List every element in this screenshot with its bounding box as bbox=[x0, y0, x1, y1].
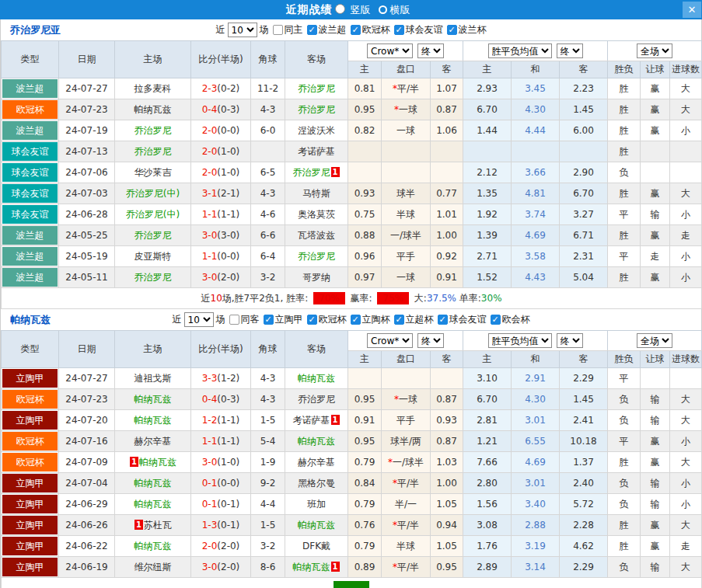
team-link[interactable]: 帕纳瓦兹 bbox=[134, 104, 172, 115]
same-venue-checkbox[interactable]: 同主 bbox=[273, 23, 303, 37]
checked-checkbox-icon: ✓ bbox=[438, 315, 448, 325]
team-link[interactable]: 帕纳瓦兹 bbox=[298, 436, 335, 447]
home-odds-cell: 0.97 bbox=[348, 267, 382, 288]
date-cell: 24-05-11 bbox=[59, 267, 115, 288]
odds-company-select[interactable]: Crow* bbox=[367, 43, 413, 58]
team-link[interactable]: 考诺萨基 bbox=[298, 146, 335, 157]
league-filter-checkbox[interactable]: ✓球会友谊 bbox=[394, 23, 443, 37]
handicap-result-cell: 输 bbox=[641, 473, 670, 494]
team-link[interactable]: DFK戴 bbox=[302, 541, 330, 551]
team-link[interactable]: 黑格尔曼 bbox=[298, 478, 335, 489]
team-link[interactable]: 赫尔辛基 bbox=[134, 436, 172, 447]
scope-select[interactable]: 全场 bbox=[637, 333, 672, 348]
team-link[interactable]: 乔治罗尼1 bbox=[293, 167, 341, 178]
team-link[interactable]: 1苏杜瓦 bbox=[134, 520, 172, 531]
team-link[interactable]: 拉多麦科 bbox=[134, 83, 172, 94]
recent-count-select[interactable]: 10 bbox=[228, 23, 257, 37]
team-link[interactable]: 乔治罗尼 bbox=[298, 251, 335, 262]
horizontal-view-radio[interactable] bbox=[379, 5, 387, 14]
lose-odds-cell: 3.27 bbox=[560, 204, 608, 225]
scope-select[interactable]: 全场 bbox=[637, 43, 672, 58]
vertical-view-label[interactable]: 竖版 bbox=[351, 4, 371, 16]
team-link[interactable]: 帕纳瓦兹 bbox=[134, 541, 172, 551]
checkbox-label: 立陶杯 bbox=[362, 313, 390, 326]
team-link[interactable]: 迪祖戈斯 bbox=[134, 373, 172, 384]
team-link[interactable]: 维尔纽斯 bbox=[134, 562, 172, 572]
result-cell: 胜 bbox=[608, 515, 641, 536]
team-link[interactable]: 考诺萨基1 bbox=[293, 415, 341, 426]
avg-time-select[interactable]: 终 bbox=[557, 43, 583, 58]
avg-time-select[interactable]: 终 bbox=[557, 333, 583, 348]
team-link[interactable]: 马特斯 bbox=[302, 188, 330, 199]
team-link[interactable]: 赫尔辛基 bbox=[298, 457, 335, 468]
odds-company-select[interactable]: Crow* bbox=[367, 333, 413, 348]
team-link[interactable]: 帕纳瓦兹 bbox=[298, 520, 335, 531]
goals-result-cell: 大 bbox=[670, 183, 702, 204]
horizontal-view-label[interactable]: 横版 bbox=[390, 4, 410, 16]
avg-odds-select[interactable]: 胜平负均值 bbox=[488, 43, 552, 58]
handicap-cell: 一球 bbox=[382, 267, 431, 288]
checked-checkbox-icon: ✓ bbox=[447, 25, 457, 35]
league-filter-checkbox[interactable]: ✓欧冠杯 bbox=[307, 313, 347, 326]
league-filter-checkbox[interactable]: ✓球会友谊 bbox=[438, 313, 487, 326]
lose-odds-cell: 6.70 bbox=[560, 183, 608, 204]
team-link[interactable]: 乔治罗尼 bbox=[134, 146, 172, 157]
date-cell: 24-05-19 bbox=[59, 246, 115, 267]
team-link[interactable]: 帕纳瓦兹 bbox=[298, 373, 335, 384]
team-link[interactable]: 班加 bbox=[307, 499, 326, 510]
header-group-cell: 胜平负均值终 bbox=[463, 331, 608, 351]
score-cell: 2-0(0-0) bbox=[191, 120, 251, 141]
league-filter-checkbox[interactable]: ✓波兰超 bbox=[307, 23, 347, 37]
team-link[interactable]: 乔治罗尼 bbox=[134, 230, 172, 241]
team-link[interactable]: 1帕纳瓦兹 bbox=[129, 457, 176, 468]
team-link[interactable]: 乔治罗尼(中) bbox=[126, 188, 180, 199]
half-score: (2-1) bbox=[217, 188, 239, 199]
league-filter-checkbox[interactable]: ✓立陶甲 bbox=[264, 313, 303, 326]
team-link[interactable]: 乔治罗尼 bbox=[134, 125, 172, 136]
half-score: (0-0) bbox=[217, 251, 239, 262]
league-filter-checkbox[interactable]: ✓欧冠杯 bbox=[351, 23, 390, 37]
close-icon[interactable]: ✕ bbox=[683, 2, 701, 18]
away-odds-cell: 1.06 bbox=[431, 120, 463, 141]
recent-count-select[interactable]: 10 bbox=[184, 312, 214, 327]
league-filter-checkbox[interactable]: ✓立超杯 bbox=[394, 313, 434, 326]
date-cell: 24-07-16 bbox=[59, 431, 115, 452]
team-link[interactable]: 涅波沃米 bbox=[298, 125, 335, 136]
team-cell: 帕纳瓦兹 bbox=[115, 389, 191, 410]
team-link[interactable]: 皮亚斯特 bbox=[134, 251, 172, 262]
team-link[interactable]: 帕纳瓦兹 bbox=[134, 499, 172, 510]
team-link[interactable]: 帕纳瓦兹 bbox=[134, 478, 172, 489]
same-venue-checkbox[interactable]: 同客 bbox=[229, 313, 260, 326]
odds-time-select[interactable]: 终 bbox=[417, 333, 444, 348]
team-cell: 乔治罗尼 bbox=[285, 99, 348, 120]
team-link[interactable]: 乔治罗尼 bbox=[298, 104, 335, 115]
team-link[interactable]: 奥洛莫茨 bbox=[298, 209, 335, 220]
vertical-view-radio[interactable] bbox=[335, 4, 345, 14]
league-filter-checkbox[interactable]: ✓波兰杯 bbox=[447, 23, 487, 37]
league-type-cell: 立陶甲 bbox=[2, 473, 59, 494]
team-link[interactable]: 帕纳瓦兹1 bbox=[293, 562, 341, 572]
lose-odds-cell: 6.71 bbox=[560, 225, 608, 246]
team-link[interactable]: 瓦塔波兹 bbox=[298, 230, 335, 241]
full-score: 1-1 bbox=[202, 209, 218, 220]
league-filter-checkbox[interactable]: ✓立陶杯 bbox=[351, 313, 390, 326]
team-link[interactable]: 帕纳瓦兹 bbox=[134, 394, 172, 405]
league-filter-checkbox[interactable]: ✓欧会杯 bbox=[491, 313, 530, 326]
half-score: (2-0) bbox=[217, 541, 239, 551]
team-link[interactable]: 乔治罗尼 bbox=[134, 272, 172, 283]
league-type-cell: 立陶甲 bbox=[2, 536, 59, 557]
match-row: 球会友谊24-07-13乔治罗尼2-0(1-0)考诺萨基胜 bbox=[2, 141, 702, 162]
team-cell: 黑格尔曼 bbox=[285, 473, 348, 494]
team-link[interactable]: 华沙莱吉 bbox=[134, 167, 172, 178]
win-odds-cell: 3.10 bbox=[463, 368, 512, 389]
team-link[interactable]: 帕纳瓦兹 bbox=[134, 415, 172, 426]
result-cell: 胜 bbox=[608, 141, 641, 162]
team-link[interactable]: 乔治罗尼 bbox=[298, 394, 335, 405]
odds-time-select[interactable]: 终 bbox=[417, 43, 444, 58]
team-link[interactable]: 乔治罗尼(中) bbox=[126, 209, 180, 220]
team-cell: 帕纳瓦兹1 bbox=[285, 557, 348, 578]
avg-odds-select[interactable]: 胜平负均值 bbox=[488, 333, 552, 348]
team-link[interactable]: 乔治罗尼 bbox=[298, 83, 335, 94]
team-link[interactable]: 哥罗纳 bbox=[302, 272, 330, 283]
column-header: 类型 bbox=[2, 331, 59, 368]
